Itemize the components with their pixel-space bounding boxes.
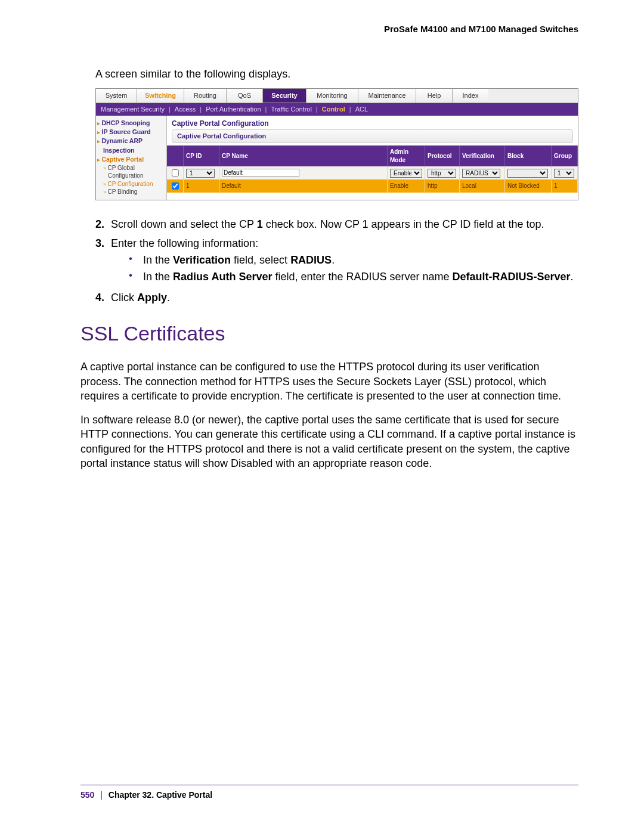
cpid-select[interactable]: 1 bbox=[186, 169, 215, 178]
sidebar-item-dynamic-arp[interactable]: Dynamic ARP bbox=[97, 137, 165, 145]
intro-text: A screen similar to the following displa… bbox=[95, 67, 578, 81]
step-2: 2. Scroll down and select the CP 1 check… bbox=[95, 217, 578, 231]
sub-tabs: Management Security| Access| Port Authen… bbox=[96, 103, 578, 116]
cpname-input[interactable] bbox=[222, 169, 299, 176]
step2-text-a: Scroll down and select the CP bbox=[111, 218, 257, 230]
protocol-select[interactable]: http bbox=[428, 169, 456, 178]
step3-text: Enter the following information: bbox=[111, 237, 258, 249]
input-row-checkbox[interactable] bbox=[172, 169, 179, 176]
config-title: Captive Portal Configuration bbox=[167, 116, 578, 129]
ssl-paragraph-2: In software release 8.0 (or newer), the … bbox=[80, 413, 578, 470]
data-row-checkbox[interactable] bbox=[172, 182, 179, 190]
cell-cpname: Default bbox=[219, 179, 388, 193]
step3-bullet-2: • In the Radius Auth Server field, enter… bbox=[129, 270, 578, 284]
verification-select[interactable]: RADIUS bbox=[462, 169, 500, 178]
step2-text-b: check box. Now CP 1 appears in the CP ID… bbox=[263, 218, 544, 230]
tab-maintenance[interactable]: Maintenance bbox=[358, 89, 416, 103]
footer-chapter: Chapter 32. Captive Portal bbox=[109, 790, 212, 800]
col-cpid: CP ID bbox=[184, 145, 219, 166]
tab-system[interactable]: System bbox=[96, 89, 137, 103]
step2-bold: 1 bbox=[257, 218, 263, 230]
col-checkbox bbox=[167, 145, 184, 166]
tab-routing[interactable]: Routing bbox=[184, 89, 227, 103]
table-data-row[interactable]: 1 Default Enable http Local Not Blocked … bbox=[167, 179, 578, 193]
sidebar-item-captive-portal[interactable]: Captive Portal bbox=[97, 155, 165, 163]
tab-qos[interactable]: QoS bbox=[227, 89, 263, 103]
table-input-row: 1 Enable http RADIUS 1 bbox=[167, 166, 578, 179]
sidebar-sub-cp-binding[interactable]: CP Binding bbox=[103, 188, 165, 196]
tab-security[interactable]: Security bbox=[263, 89, 306, 103]
col-block: Block bbox=[505, 145, 552, 166]
group-select[interactable]: 1 bbox=[554, 169, 574, 178]
subtab-access[interactable]: Access bbox=[172, 105, 198, 114]
cell-cpid: 1 bbox=[184, 179, 219, 193]
main-tabs: System Switching Routing QoS Security Mo… bbox=[96, 89, 578, 103]
ssl-paragraph-1: A captive portal instance can be configu… bbox=[80, 360, 578, 403]
tab-monitoring[interactable]: Monitoring bbox=[306, 89, 358, 103]
section-heading-ssl: SSL Certificates bbox=[80, 320, 578, 348]
col-verification: Verification bbox=[460, 145, 505, 166]
sidebar-item-ip-source-guard[interactable]: IP Source Guard bbox=[97, 128, 165, 136]
cell-block: Not Blocked bbox=[505, 179, 552, 193]
cell-group: 1 bbox=[552, 179, 578, 193]
subtab-port-authentication[interactable]: Port Authentication bbox=[203, 105, 263, 114]
col-protocol: Protocol bbox=[425, 145, 460, 166]
step3-bullet-1: • In the Verification field, select RADI… bbox=[129, 253, 578, 267]
col-admin-mode: Admin Mode bbox=[388, 145, 425, 166]
cell-protocol: http bbox=[425, 179, 460, 193]
page-footer: 550 | Chapter 32. Captive Portal bbox=[80, 785, 578, 800]
sidebar-item-dhcp-snooping[interactable]: DHCP Snooping bbox=[97, 119, 165, 127]
admin-mode-select[interactable]: Enable bbox=[390, 169, 422, 178]
sidebar: DHCP Snooping IP Source Guard Dynamic AR… bbox=[96, 116, 167, 200]
step-4: 4. Click Apply. bbox=[95, 290, 578, 305]
col-group: Group bbox=[552, 145, 578, 166]
subtab-control[interactable]: Control bbox=[320, 105, 348, 114]
col-cpname: CP Name bbox=[219, 145, 388, 166]
config-subtitle: Captive Portal Configuration bbox=[172, 129, 573, 143]
step-3: 3. Enter the following information: • In… bbox=[95, 236, 578, 286]
subtab-traffic-control[interactable]: Traffic Control bbox=[268, 105, 314, 114]
tab-help[interactable]: Help bbox=[416, 89, 453, 103]
block-select[interactable] bbox=[507, 169, 548, 178]
footer-page-number: 550 bbox=[80, 790, 94, 800]
tab-switching[interactable]: Switching bbox=[137, 89, 184, 103]
cell-verification: Local bbox=[460, 179, 505, 193]
subtab-acl[interactable]: ACL bbox=[353, 105, 370, 114]
screenshot: System Switching Routing QoS Security Mo… bbox=[95, 88, 578, 200]
cell-admin-mode: Enable bbox=[388, 179, 425, 193]
subtab-management-security[interactable]: Management Security bbox=[98, 105, 167, 114]
sidebar-sub-cp-configuration[interactable]: CP Configuration bbox=[103, 180, 165, 188]
config-table: CP ID CP Name Admin Mode Protocol Verifi… bbox=[167, 145, 578, 193]
page-header-title: ProSafe M4100 and M7100 Managed Switches bbox=[80, 24, 578, 34]
sidebar-sub-cp-global[interactable]: CP Global bbox=[103, 164, 165, 172]
tab-index[interactable]: Index bbox=[453, 89, 488, 103]
